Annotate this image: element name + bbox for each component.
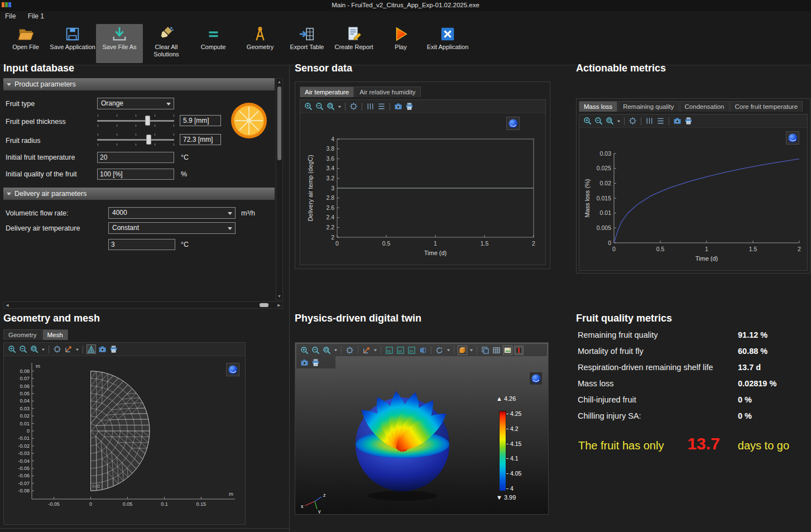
- exit-application-button[interactable]: Exit Application: [424, 24, 471, 63]
- tab-core-fruit-temperature[interactable]: Core fruit temperature: [730, 101, 803, 112]
- dropdown-caret-icon[interactable]: [373, 346, 377, 355]
- scene-cube-icon[interactable]: [458, 346, 467, 355]
- menu-file[interactable]: File: [0, 11, 21, 21]
- print-icon[interactable]: [311, 358, 320, 367]
- tab-remaining-quality[interactable]: Remaining quality: [618, 101, 679, 112]
- zoom-box-icon[interactable]: [30, 344, 39, 354]
- zoom-extents-icon[interactable]: [349, 102, 358, 111]
- y-gridlines-icon[interactable]: [645, 116, 654, 126]
- scroll-right-icon[interactable]: ▶: [276, 302, 282, 308]
- zoom-box-icon[interactable]: [326, 102, 335, 111]
- tab-mass-loss[interactable]: Mass loss: [579, 101, 617, 112]
- slider-track: [97, 139, 174, 141]
- mass-loss-chart[interactable]: 00.511.5200.0050.010.0150.020.0250.03Tim…: [579, 128, 807, 269]
- go-to-view-icon[interactable]: [362, 346, 371, 355]
- compute-button[interactable]: Compute: [190, 24, 237, 63]
- flip-view-icon[interactable]: [418, 346, 428, 355]
- open-file-button[interactable]: Open File: [2, 24, 49, 63]
- slider-tick: [174, 124, 174, 127]
- zoom-in-icon[interactable]: [304, 102, 313, 111]
- tab-air-relative-humidity[interactable]: Air relative humidity: [354, 87, 420, 97]
- initial-temp-input[interactable]: [97, 152, 174, 163]
- zoom-in-icon[interactable]: [300, 346, 309, 355]
- comsol-logo-button[interactable]: [506, 117, 520, 130]
- zoom-extents-icon[interactable]: [52, 344, 62, 354]
- svg-text:1: 1: [705, 246, 708, 252]
- copy-image-icon[interactable]: [481, 346, 490, 355]
- zoom-in-icon[interactable]: [583, 116, 592, 126]
- tab-condensation[interactable]: Condensation: [680, 101, 730, 112]
- create-report-button[interactable]: Create Report: [330, 24, 377, 63]
- zoom-box-icon[interactable]: [322, 346, 332, 355]
- geometry-button[interactable]: Geometry: [237, 24, 284, 63]
- rotate-view-icon[interactable]: [435, 346, 444, 355]
- horizontal-scrollbar[interactable]: ◀ ▶: [3, 301, 283, 309]
- mesh-chart[interactable]: 0.080.070.060.050.040.030.020.010-0.01-0…: [4, 356, 244, 523]
- camera-icon[interactable]: [673, 116, 682, 126]
- camera-icon[interactable]: [300, 358, 309, 367]
- tab-geometry[interactable]: Geometry: [3, 329, 42, 340]
- comsol-logo-button[interactable]: [786, 131, 799, 145]
- x-gridlines-icon[interactable]: [656, 116, 665, 126]
- table-icon[interactable]: [492, 346, 501, 355]
- mesh-grid-icon[interactable]: [87, 344, 96, 354]
- dropdown-caret-icon[interactable]: [75, 344, 79, 354]
- slider-thumb[interactable]: [145, 116, 150, 126]
- x-gridlines-icon[interactable]: [377, 102, 386, 111]
- fruit-radius-slider[interactable]: [97, 133, 174, 146]
- clip-plane-icon[interactable]: [514, 346, 524, 355]
- zoom-out-icon[interactable]: [315, 102, 324, 111]
- save-file-as-button[interactable]: Save File As: [96, 24, 143, 63]
- peel-thickness-slider[interactable]: [97, 114, 174, 127]
- zoom-extents-icon[interactable]: [628, 116, 637, 126]
- image-icon[interactable]: [503, 346, 512, 355]
- scroll-left-icon[interactable]: ◀: [4, 302, 11, 308]
- camera-icon[interactable]: [98, 344, 107, 354]
- comsol-logo-button[interactable]: [529, 372, 543, 385]
- fruit-type-select[interactable]: Orange: [97, 98, 174, 109]
- zoom-out-icon[interactable]: [594, 116, 603, 126]
- product-parameters-header[interactable]: Product parameters: [3, 78, 275, 90]
- sensor-chart[interactable]: 00.511.5222.22.42.62.833.23.43.63.84Time…: [300, 113, 545, 264]
- scrollbar-thumb[interactable]: [277, 87, 281, 160]
- air-temp-mode-select[interactable]: Constant: [108, 222, 236, 234]
- comsol-logo-button[interactable]: [226, 363, 239, 376]
- scrollbar-thumb[interactable]: [260, 303, 268, 307]
- scroll-down-icon[interactable]: ▼: [276, 293, 282, 300]
- zx-view-icon[interactable]: zx: [407, 346, 416, 355]
- print-icon[interactable]: [109, 344, 118, 354]
- vertical-scrollbar[interactable]: ▲ ▼: [276, 78, 283, 300]
- play-button[interactable]: Play: [377, 24, 424, 63]
- dropdown-caret-icon[interactable]: [469, 346, 473, 355]
- zoom-out-icon[interactable]: [18, 344, 28, 354]
- export-table-button[interactable]: Export Table: [284, 24, 330, 63]
- yz-view-icon[interactable]: yz: [396, 346, 405, 355]
- zoom-in-icon[interactable]: [7, 344, 17, 354]
- xy-view-icon[interactable]: xy: [385, 346, 394, 355]
- dropdown-caret-icon[interactable]: [333, 346, 338, 355]
- print-icon[interactable]: [405, 102, 414, 111]
- dropdown-caret-icon[interactable]: [446, 346, 450, 355]
- tab-air-temperature[interactable]: Air temperature: [300, 87, 354, 97]
- zoom-out-icon[interactable]: [311, 346, 320, 355]
- slider-thumb[interactable]: [146, 135, 151, 145]
- dropdown-caret-icon[interactable]: [337, 102, 342, 111]
- delivery-air-header[interactable]: Delivery air parameters: [3, 188, 275, 200]
- save-application-button[interactable]: Save Application: [49, 24, 96, 63]
- scroll-up-icon[interactable]: ▲: [276, 79, 282, 85]
- camera-icon[interactable]: [393, 102, 403, 111]
- tab-mesh[interactable]: Mesh: [42, 329, 68, 340]
- print-icon[interactable]: [684, 116, 693, 126]
- zoom-extents-icon[interactable]: [345, 346, 354, 355]
- svg-text:m: m: [36, 363, 40, 369]
- y-gridlines-icon[interactable]: [366, 102, 375, 111]
- clear-all-solutions-button[interactable]: Clear All Solutions: [143, 24, 190, 63]
- air-temp-value-input[interactable]: [108, 239, 175, 250]
- flow-rate-select[interactable]: 4000: [108, 207, 236, 219]
- zoom-box-icon[interactable]: [605, 116, 615, 126]
- initial-quality-input[interactable]: [97, 169, 174, 180]
- menu-file-1[interactable]: File 1: [23, 11, 49, 21]
- dropdown-caret-icon[interactable]: [616, 116, 621, 126]
- dropdown-caret-icon[interactable]: [41, 344, 45, 354]
- go-to-view-icon[interactable]: [64, 344, 73, 354]
